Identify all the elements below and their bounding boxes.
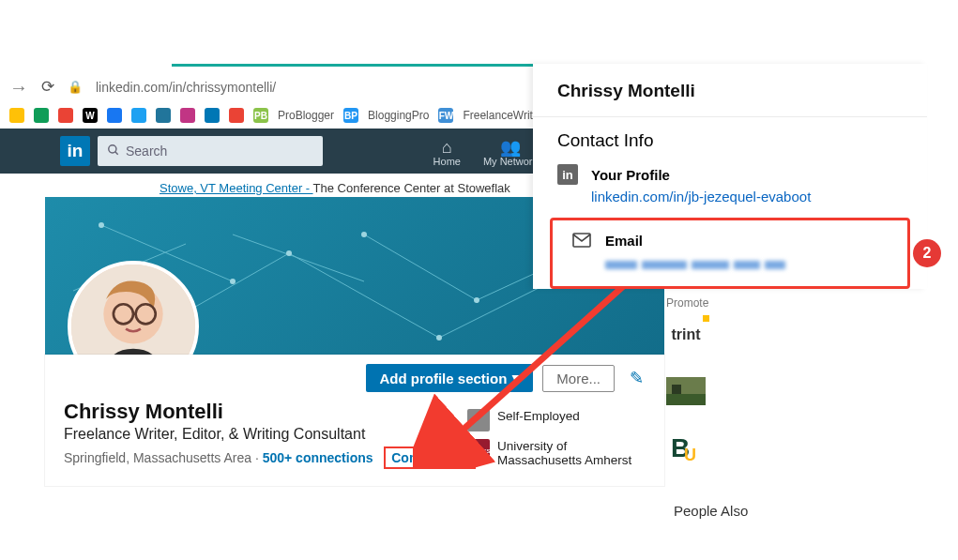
email-label: Email xyxy=(605,233,643,249)
promo-link[interactable]: Stowe, VT Meeting Center - xyxy=(160,181,313,195)
connections-link[interactable]: 500+ connections xyxy=(263,450,373,465)
employment-text[interactable]: Self-Employed xyxy=(497,409,580,431)
svg-point-17 xyxy=(436,335,442,341)
add-profile-section-button[interactable]: Add profile section ▾ xyxy=(366,364,533,392)
right-sidebar: Promote trint BU xyxy=(666,296,741,484)
nav-home[interactable]: ⌂Home xyxy=(422,135,472,167)
experience-summary: Self-Employed UMassUniversity of Massach… xyxy=(467,409,646,475)
svg-point-10 xyxy=(99,222,104,228)
popup-title: Contact Info xyxy=(533,117,927,162)
more-button[interactable]: More... xyxy=(542,365,615,392)
promo-text: The Conference Center at Stoweflak xyxy=(313,181,510,195)
school-logo-icon: UMass xyxy=(467,439,490,462)
your-profile-label: Your Profile xyxy=(591,167,670,183)
ad-trint[interactable]: trint xyxy=(666,315,706,355)
refresh-icon[interactable]: ⟳ xyxy=(41,77,54,97)
url-text[interactable]: linkedin.com/in/chrissymontelli/ xyxy=(96,80,276,95)
svg-point-12 xyxy=(361,232,367,237)
promo-bar[interactable]: Stowe, VT Meeting Center - The Conferenc… xyxy=(160,181,549,195)
school-text[interactable]: University of Massachusetts Amherst xyxy=(497,439,646,467)
bookmark-google-maps[interactable] xyxy=(58,108,73,123)
email-icon xyxy=(571,230,592,250)
svg-point-0 xyxy=(109,144,116,152)
bookmark-facebook[interactable] xyxy=(107,108,122,123)
svg-line-4 xyxy=(364,235,477,300)
bookmark-badge[interactable]: PB xyxy=(253,108,268,123)
bookmark-gmail[interactable] xyxy=(229,108,244,123)
bookmark-twitter[interactable] xyxy=(131,108,146,123)
contact-info-link[interactable]: Contact info xyxy=(384,446,476,469)
bookmark-label[interactable]: BloggingPro xyxy=(368,109,429,122)
bookmark-badge[interactable]: FW xyxy=(438,108,453,123)
ad-image[interactable] xyxy=(666,371,706,411)
browser-chrome: → ⟳ 🔒 linkedin.com/in/chrissymontelli/ W… xyxy=(0,77,549,486)
email-row-highlight: Email 2 xyxy=(550,218,910,289)
ad-baylor[interactable]: BU xyxy=(666,428,706,467)
lock-icon: 🔒 xyxy=(68,80,83,94)
linkedin-navbar: in Search ⌂Home👥My Network xyxy=(0,129,549,174)
svg-rect-25 xyxy=(666,394,706,405)
forward-icon[interactable]: → xyxy=(9,78,28,97)
bookmark-linkedin[interactable] xyxy=(205,108,220,123)
location-text: Springfield, Massachusetts Area xyxy=(64,450,251,465)
svg-rect-26 xyxy=(672,385,681,394)
svg-line-1 xyxy=(115,151,118,154)
bookmark-wordpress[interactable] xyxy=(156,108,171,123)
people-also: People Also xyxy=(674,503,748,519)
svg-text:U: U xyxy=(684,446,696,464)
linkedin-logo-icon[interactable]: in xyxy=(60,136,90,166)
bookmark-wikipedia[interactable]: W xyxy=(83,108,98,123)
your-profile-row: in Your Profile linkedin.com/in/jb-jezeq… xyxy=(533,162,927,218)
contact-info-popup: Chrissy Montelli Contact Info in Your Pr… xyxy=(533,64,927,289)
svg-point-11 xyxy=(230,279,236,284)
search-icon xyxy=(107,144,120,159)
chevron-down-icon: ▾ xyxy=(512,370,520,386)
linkedin-icon: in xyxy=(557,164,578,185)
step-badge-2: 2 xyxy=(913,239,941,267)
svg-line-7 xyxy=(289,253,439,338)
bookmark-label[interactable]: ProBlogger xyxy=(278,109,334,122)
svg-point-13 xyxy=(474,297,479,303)
company-logo-icon xyxy=(467,409,490,431)
bookmark-badge[interactable]: BP xyxy=(343,108,358,123)
bookmark-google-drive-2[interactable] xyxy=(34,108,49,123)
edit-pencil-icon[interactable]: ✎ xyxy=(624,368,649,388)
popup-name: Chrissy Montelli xyxy=(533,81,927,116)
email-value-blurred xyxy=(605,258,889,271)
svg-point-16 xyxy=(286,250,292,256)
address-bar: → ⟳ 🔒 linkedin.com/in/chrissymontelli/ xyxy=(0,77,549,104)
your-profile-url[interactable]: linkedin.com/in/jb-jezequel-evaboot xyxy=(591,189,903,204)
promote-label: Promote xyxy=(666,296,741,310)
bookmark-instagram[interactable] xyxy=(180,108,195,123)
bookmarks-bar: WPBProBloggerBPBloggingProFWFreelanceWri… xyxy=(0,104,549,129)
search-placeholder: Search xyxy=(126,144,167,159)
search-input[interactable]: Search xyxy=(98,136,323,166)
svg-line-8 xyxy=(439,281,552,338)
bookmark-google-drive[interactable] xyxy=(9,108,24,123)
